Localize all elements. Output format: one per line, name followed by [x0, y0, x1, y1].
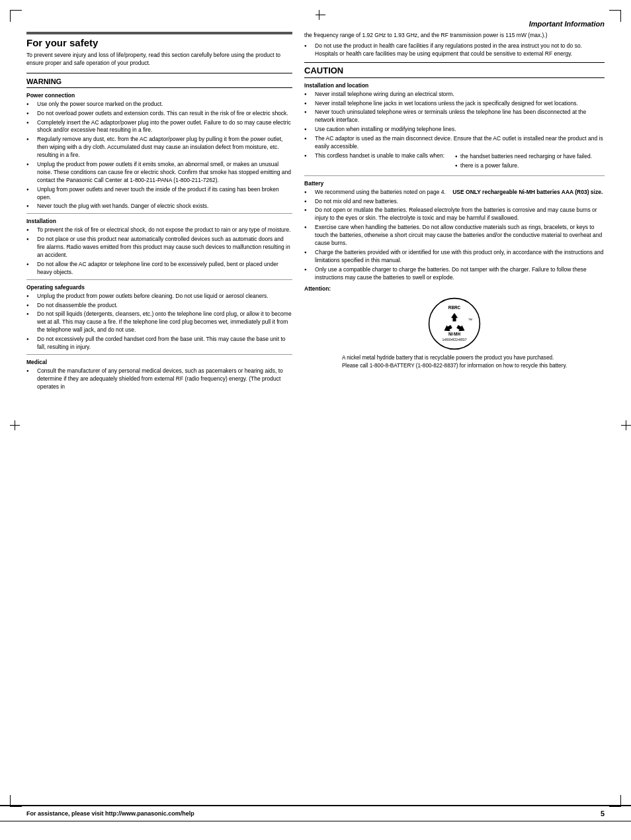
caution-divider-top	[304, 62, 605, 63]
rf-continuation: the frequency range of 1.92 GHz to 1.93 …	[304, 32, 605, 40]
medical-title: Medical	[26, 359, 292, 365]
install-divider	[26, 213, 292, 214]
caution-title: CAUTION	[304, 66, 605, 75]
page: Important Information For your safety To…	[0, 0, 631, 840]
page-title: Important Information	[529, 20, 605, 28]
operating-title: Operating safeguards	[26, 284, 292, 291]
list-item: Do not excessively pull the corded hands…	[26, 336, 292, 351]
operating-list: Unplug the product from power outlets be…	[26, 293, 292, 351]
install-loc-title: Installation and location	[304, 82, 605, 89]
dash-list: the handset batteries need recharging or…	[444, 153, 592, 171]
list-item: Use only the power source marked on the …	[26, 101, 292, 109]
warning-section: WARNING Power connection Use only the po…	[26, 73, 292, 391]
footer-text: For assistance, please visit http://www.…	[26, 810, 194, 817]
warning-divider-top	[26, 73, 292, 73]
recycle-text: A nickel metal hydride battery that is r…	[342, 354, 567, 369]
list-item: Only use a compatible charger to charge …	[304, 266, 605, 282]
safeguards-divider	[26, 279, 292, 280]
svg-text:RBRC: RBRC	[448, 305, 461, 310]
warning-title: WARNING	[26, 77, 292, 85]
list-item: Do not use the product in health care fa…	[304, 42, 605, 58]
right-column: the frequency range of 1.92 GHz to 1.93 …	[304, 32, 605, 395]
left-column: For your safety To prevent severe injury…	[26, 32, 292, 395]
medical-divider	[26, 354, 292, 355]
healthcare-list: Do not use the product in health care fa…	[304, 42, 605, 58]
dash-item: there is a power failure.	[455, 162, 592, 170]
svg-text:NI·MH: NI·MH	[448, 332, 460, 336]
safety-bar	[26, 32, 292, 34]
list-item: Do not place or use this product near au…	[26, 236, 292, 259]
list-item: Do not mix old and new batteries.	[304, 198, 605, 206]
list-item: Never install telephone wiring during an…	[304, 91, 605, 99]
list-item: We recommend using the batteries noted o…	[304, 189, 605, 197]
safety-intro: To prevent severe injury and loss of lif…	[26, 52, 292, 68]
installation-title: Installation	[26, 218, 292, 224]
medical-list: Consult the manufacturer of any personal…	[26, 367, 292, 391]
list-item: Do not open or mutilate the batteries. R…	[304, 207, 605, 222]
battery-title: Battery	[304, 180, 605, 187]
warning-divider-bottom	[26, 87, 292, 88]
list-item: Use caution when installing or modifying…	[304, 126, 605, 134]
list-item: Charge the batteries provided with or id…	[304, 249, 605, 265]
page-footer: For assistance, please visit http://www.…	[0, 805, 631, 821]
list-item: Unplug the product from power outlets be…	[26, 293, 292, 301]
recycle-text-1: A nickel metal hydride battery that is r…	[342, 354, 567, 361]
installation-list: To prevent the risk of fire or electrica…	[26, 226, 292, 276]
install-loc-list: Never install telephone wiring during an…	[304, 91, 605, 173]
dash-item: the handset batteries need recharging or…	[455, 153, 592, 161]
power-connection-list: Use only the power source marked on the …	[26, 101, 292, 211]
list-item: Never touch the plug with wet hands. Dan…	[26, 203, 292, 210]
list-item: This cordless handset is unable to make …	[304, 152, 605, 173]
corner-mark-tl	[10, 10, 22, 22]
list-item: Do not allow the AC adaptor or telephone…	[26, 261, 292, 277]
list-item: Regularly remove any dust, etc. from the…	[26, 136, 292, 160]
caution-divider-bottom	[304, 77, 605, 78]
attention-label: Attention:	[304, 285, 605, 292]
list-item: Never install telephone line jacks in we…	[304, 100, 605, 108]
battery-divider	[304, 175, 605, 176]
list-item: Do not disassemble the product.	[26, 302, 292, 310]
battery-list: We recommend using the batteries noted o…	[304, 189, 605, 282]
caution-section: CAUTION Installation and location Never …	[304, 62, 605, 370]
page-header: Important Information	[26, 20, 605, 28]
recycle-logo: RBRC NI·MH 1•800•822•	[428, 297, 481, 350]
recycle-text-2: Please call 1-800-8-BATTERY (1-800-822-8…	[342, 362, 567, 369]
footer-page-number: 5	[601, 810, 605, 817]
svg-text:1•800•822•8837: 1•800•822•8837	[442, 338, 466, 342]
list-item: Unplug the product from power outlets if…	[26, 161, 292, 185]
list-item: To prevent the risk of fire or electrica…	[26, 226, 292, 234]
list-item: Never touch uninsulated telephone wires …	[304, 109, 605, 124]
safety-title: For your safety	[26, 37, 292, 48]
list-item: Exercise care when handling the batterie…	[304, 224, 605, 248]
list-item: Do not overload power outlets and extens…	[26, 110, 292, 118]
svg-text:TM: TM	[468, 318, 472, 322]
recycle-area: RBRC NI·MH 1•800•822•	[304, 297, 605, 369]
power-connection-title: Power connection	[26, 92, 292, 99]
content-area: For your safety To prevent severe injury…	[26, 32, 605, 395]
corner-mark-tr	[609, 10, 621, 22]
list-item: Unplug from power outlets and never touc…	[26, 186, 292, 202]
list-item: Completely insert the AC adaptor/power p…	[26, 119, 292, 135]
list-item: Consult the manufacturer of any personal…	[26, 367, 292, 391]
list-item: The AC adaptor is used as the main disco…	[304, 135, 605, 151]
list-item: Do not spill liquids (detergents, cleans…	[26, 310, 292, 334]
